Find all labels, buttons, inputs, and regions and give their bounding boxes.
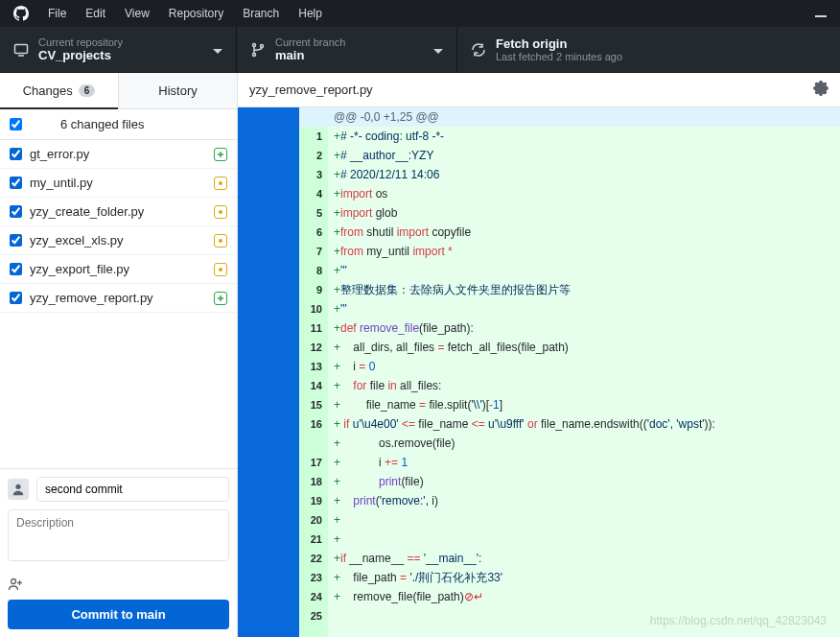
file-name: yzy_remove_report.py	[30, 291, 214, 305]
code-line: +from shutil import copyfile	[328, 223, 840, 242]
line-number: 20	[299, 510, 328, 530]
menu-file[interactable]: File	[48, 7, 66, 20]
file-row[interactable]: yzy_create_folder.py	[0, 198, 237, 226]
window-minimize-icon[interactable]	[815, 10, 827, 17]
line-number: 1	[299, 127, 328, 146]
line-number: 25	[299, 606, 328, 625]
file-checkbox[interactable]	[10, 234, 22, 247]
line-number: 19	[299, 491, 328, 510]
line-number: 16	[299, 414, 328, 434]
tab-history-label: History	[158, 83, 197, 98]
file-name: yzy_excel_xls.py	[30, 233, 214, 248]
add-coauthor-button[interactable]	[8, 573, 229, 600]
repo-label: Current repository	[38, 36, 123, 48]
file-row[interactable]: yzy_remove_report.py	[0, 284, 237, 313]
file-checkbox[interactable]	[10, 177, 22, 189]
code-line: +# __author__:YZY	[328, 146, 840, 165]
line-number: 3	[299, 165, 328, 184]
status-modified-icon	[214, 234, 227, 248]
file-checkbox[interactable]	[10, 263, 22, 275]
code-line: + file_name = file.split('\\')[-1]	[328, 395, 840, 414]
commit-button-prefix: Commit to	[71, 607, 136, 622]
diff-area: yzy_remove_report.py 1234567891011121314…	[238, 73, 840, 637]
current-repository-dropdown[interactable]: Current repository CV_projects	[0, 27, 237, 72]
commit-button[interactable]: Commit to main	[8, 600, 229, 629]
code-line: +	[328, 510, 840, 530]
svg-point-10	[12, 579, 16, 584]
diff-code: @@ -0,0 +1,25 @@+# -*- coding: utf-8 -*-…	[328, 107, 840, 637]
monitor-icon	[13, 42, 29, 58]
diff-hunk-header: @@ -0,0 +1,25 @@	[328, 107, 840, 127]
code-line: + file_path = './荆门石化补充33'	[328, 568, 840, 587]
file-checkbox[interactable]	[10, 292, 22, 304]
code-line: + i = 0	[328, 357, 840, 376]
menu-help[interactable]: Help	[298, 7, 322, 20]
code-line: + for file in all_files:	[328, 376, 840, 395]
branch-name: main	[275, 48, 345, 62]
menu-branch[interactable]: Branch	[243, 7, 279, 20]
line-number: 5	[299, 203, 328, 223]
line-number: 2	[299, 146, 328, 165]
file-checkbox[interactable]	[10, 148, 22, 160]
main-content: Changes 6 History 6 changed files gt_err…	[0, 73, 840, 637]
line-number: 8	[299, 261, 328, 280]
fetch-label: Fetch origin	[496, 36, 622, 51]
code-line: +# 2020/12/11 14:06	[328, 165, 840, 184]
commit-description-input[interactable]	[8, 509, 229, 561]
code-line: +from my_until import *	[328, 242, 840, 261]
sidebar-tabs: Changes 6 History	[0, 73, 237, 109]
tab-changes-label: Changes	[23, 83, 73, 98]
menu-repository[interactable]: Repository	[169, 7, 223, 20]
line-number: 13	[299, 357, 328, 376]
file-row[interactable]: gt_error.py	[0, 140, 237, 169]
code-line: + remove_file(file_path)⊘↵	[328, 587, 840, 606]
file-checkbox[interactable]	[10, 205, 22, 218]
svg-point-9	[15, 484, 20, 489]
file-row[interactable]: yzy_export_file.py	[0, 255, 237, 284]
svg-point-4	[261, 44, 264, 47]
commit-summary-input[interactable]	[36, 477, 229, 502]
code-line: +if __name__ == '__main__':	[328, 549, 840, 568]
code-line: + if u'\u4e00' <= file_name <= u'\u9fff'…	[328, 414, 840, 434]
code-line: +'''	[328, 299, 840, 318]
line-number: 15	[299, 395, 328, 414]
svg-rect-0	[15, 44, 28, 53]
commit-area: Commit to main	[0, 468, 237, 637]
fetch-origin-button[interactable]: Fetch origin Last fetched 2 minutes ago	[457, 27, 840, 72]
file-name: yzy_export_file.py	[30, 262, 214, 276]
line-number: 11	[299, 318, 328, 338]
git-branch-icon	[250, 42, 266, 58]
code-line: + os.remove(file)	[328, 434, 840, 453]
code-line: +import glob	[328, 203, 840, 223]
code-line: +整理数据集：去除病人文件夹里的报告图片等	[328, 280, 840, 299]
code-line: +	[328, 530, 840, 549]
file-name: yzy_create_folder.py	[30, 204, 214, 219]
diff-gutter-old	[238, 107, 299, 637]
code-line: +'''	[328, 261, 840, 280]
diff-body[interactable]: 1234567891011121314151617181920212223242…	[238, 107, 840, 637]
svg-point-3	[253, 53, 256, 56]
line-number: 12	[299, 338, 328, 357]
file-row[interactable]: my_until.py	[0, 169, 237, 198]
avatar	[8, 479, 29, 500]
menu-view[interactable]: View	[125, 7, 150, 20]
diff-filename: yzy_remove_report.py	[249, 83, 373, 97]
line-number: 22	[299, 549, 328, 568]
diff-gutter-new: 1234567891011121314151617181920212223242…	[299, 107, 328, 637]
menu-edit[interactable]: Edit	[85, 7, 105, 20]
file-row[interactable]: yzy_excel_xls.py	[0, 226, 237, 255]
current-branch-dropdown[interactable]: Current branch main	[237, 27, 457, 72]
select-all-checkbox[interactable]	[10, 118, 22, 130]
tab-changes[interactable]: Changes 6	[0, 73, 118, 109]
line-number: 18	[299, 472, 328, 491]
gear-icon[interactable]	[813, 81, 828, 99]
code-line: + all_dirs, all_files = fetch_all_files(…	[328, 338, 840, 357]
status-modified-icon	[214, 205, 227, 219]
chevron-down-icon	[433, 41, 443, 59]
line-number: 21	[299, 530, 328, 549]
tab-history[interactable]: History	[118, 73, 237, 109]
code-line: +# -*- coding: utf-8 -*-	[328, 127, 840, 146]
status-added-icon	[214, 148, 227, 161]
branch-label: Current branch	[275, 36, 345, 48]
line-number: 24	[299, 587, 328, 606]
